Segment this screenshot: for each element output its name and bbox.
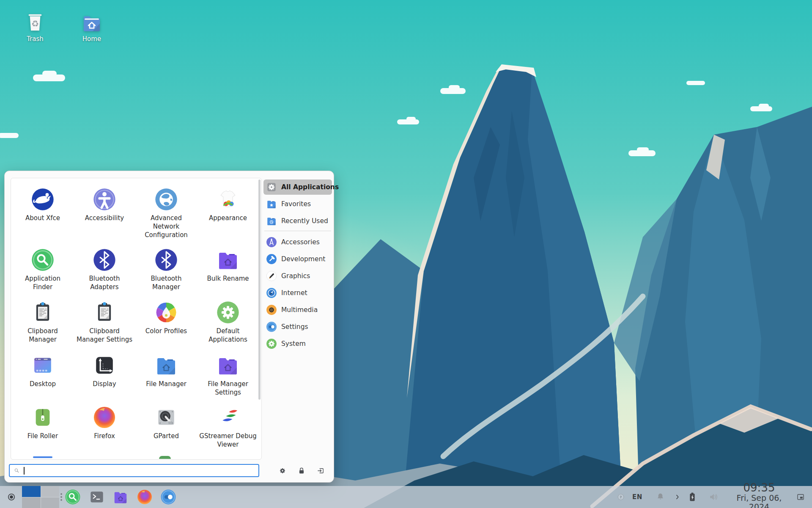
- volume-icon[interactable]: [707, 491, 720, 503]
- category-item-accessories[interactable]: Accessories: [263, 235, 332, 250]
- notifications-bell-icon[interactable]: [655, 491, 666, 503]
- svg-text:?: ?: [620, 495, 622, 499]
- help-indicator-icon[interactable]: ?: [615, 491, 626, 502]
- app-item-label: About Xfce: [25, 214, 60, 223]
- desktop-icon-trash[interactable]: ♻ Trash: [17, 11, 53, 43]
- app-item-label: Color Profiles: [145, 327, 187, 336]
- taskbar-launcher-file-manager[interactable]: [112, 489, 129, 505]
- app-item-appearance[interactable]: Appearance: [197, 188, 259, 239]
- partially-scrolled-app-icon: [33, 456, 52, 458]
- app-item-label: AdvancedNetworkConfiguration: [145, 214, 188, 239]
- color-profiles-icon: [154, 301, 178, 324]
- battery-charging-icon[interactable]: [686, 491, 699, 503]
- trash-icon: ♻: [24, 11, 47, 34]
- clock[interactable]: 09:35 Fri, Sep 06, 2024: [726, 482, 793, 508]
- category-item-all-applications[interactable]: All Applications: [263, 179, 332, 195]
- search-icon: [13, 467, 20, 474]
- app-item-about-xfce[interactable]: About Xfce: [12, 188, 74, 239]
- workspace-switcher: [22, 486, 59, 508]
- log-out-button[interactable]: [316, 466, 325, 475]
- home-folder-icon: [80, 11, 103, 34]
- app-item-advanced-network-configuration[interactable]: AdvancedNetworkConfiguration: [135, 188, 197, 239]
- app-item-file-roller[interactable]: File Roller: [12, 406, 74, 449]
- clipboard-icon: [31, 301, 55, 324]
- app-item-display[interactable]: Display: [74, 353, 135, 397]
- app-item-application-finder[interactable]: ApplicationFinder: [12, 248, 74, 292]
- app-item-bulk-rename[interactable]: Bulk Rename: [197, 248, 259, 292]
- app-item-label: File Roller: [27, 432, 58, 441]
- development-hammer-icon: [266, 254, 277, 265]
- lock-screen-button[interactable]: [297, 466, 306, 475]
- category-item-development[interactable]: Development: [263, 251, 332, 267]
- category-label: Development: [281, 255, 325, 263]
- app-item-label: BluetoothAdapters: [89, 275, 120, 292]
- app-item-label: File ManagerSettings: [208, 380, 248, 397]
- workspace-2[interactable]: [41, 486, 60, 497]
- category-item-multimedia[interactable]: Multimedia: [263, 302, 332, 318]
- favorites-folder-icon: [266, 199, 277, 210]
- taskbar-launcher-application-finder[interactable]: [65, 489, 81, 505]
- app-grid-row: Desktop Display File Manager File Manage…: [11, 353, 261, 397]
- app-item-clipboard-manager[interactable]: ClipboardManager: [12, 301, 74, 344]
- category-item-internet[interactable]: Internet: [263, 285, 332, 301]
- app-item-label: File Manager: [146, 380, 187, 389]
- bluetooth-icon: [154, 248, 178, 272]
- app-item-accessibility[interactable]: Accessibility: [74, 188, 135, 239]
- app-item-desktop[interactable]: Desktop: [12, 353, 74, 397]
- app-grid-row: About Xfce Accessibility AdvancedNetwork…: [11, 188, 261, 239]
- keyboard-layout-indicator[interactable]: EN: [632, 493, 642, 501]
- settings-button[interactable]: [278, 466, 287, 475]
- search-input[interactable]: [9, 464, 259, 477]
- app-item-bluetooth-adapters[interactable]: BluetoothAdapters: [74, 248, 135, 292]
- category-label: All Applications: [281, 183, 339, 191]
- graphics-pencil-icon: [266, 271, 277, 282]
- app-item-gparted[interactable]: GParted: [135, 406, 197, 449]
- app-grid-row: File Roller Firefox GParted GStreamer De…: [11, 406, 261, 449]
- app-grid: About Xfce Accessibility AdvancedNetwork…: [11, 178, 262, 460]
- accessibility-icon: [93, 188, 116, 211]
- text-caret: [24, 467, 25, 475]
- workspace-4[interactable]: [41, 497, 60, 508]
- app-item-label: GStreamer DebugViewer: [199, 432, 256, 449]
- category-item-settings[interactable]: Settings: [263, 319, 332, 334]
- desktop-window-icon: [31, 353, 55, 377]
- category-label: Favorites: [281, 200, 311, 208]
- show-desktop-tray-icon[interactable]: [795, 491, 806, 502]
- appearance-tshirt-icon: [216, 188, 240, 211]
- gstreamer-icon: [216, 406, 240, 429]
- category-label: Recently Used: [281, 217, 328, 225]
- tray-expand-chevron-icon[interactable]: [673, 493, 682, 501]
- app-item-default-applications[interactable]: DefaultApplications: [197, 301, 259, 344]
- svg-text:♻: ♻: [31, 19, 39, 29]
- panel-drag-handle[interactable]: [60, 493, 62, 501]
- category-item-system[interactable]: System: [263, 336, 332, 351]
- clipboard-icon: [93, 301, 116, 324]
- app-item-color-profiles[interactable]: Color Profiles: [135, 301, 197, 344]
- app-item-label: ClipboardManager: [27, 327, 58, 344]
- desktop-icon-label: Trash: [17, 35, 53, 43]
- taskbar: ? EN 09:35 Fri, Sep 06, 2024: [0, 486, 812, 508]
- taskbar-launcher-settings[interactable]: [160, 489, 176, 505]
- app-item-bluetooth-manager[interactable]: BluetoothManager: [135, 248, 197, 292]
- clock-time: 09:35: [726, 482, 793, 494]
- app-item-clipboard-manager-settings[interactable]: ClipboardManager Settings: [74, 301, 135, 344]
- app-item-file-manager-settings[interactable]: File ManagerSettings: [197, 353, 259, 397]
- category-item-favorites[interactable]: Favorites: [263, 196, 332, 212]
- app-grid-row: ClipboardManager ClipboardManager Settin…: [11, 301, 261, 344]
- workspace-1[interactable]: [22, 486, 41, 497]
- app-item-firefox[interactable]: Firefox: [74, 406, 135, 449]
- taskbar-launcher-firefox[interactable]: [137, 489, 153, 505]
- category-separator: [264, 231, 331, 231]
- desktop-icon-home[interactable]: Home: [74, 11, 110, 43]
- category-label: System: [281, 340, 306, 348]
- category-item-graphics[interactable]: Graphics: [263, 268, 332, 284]
- category-item-recently-used[interactable]: Recently Used: [263, 213, 332, 229]
- app-item-gstreamer-debug-viewer[interactable]: GStreamer DebugViewer: [197, 406, 259, 449]
- gparted-icon: [154, 406, 178, 429]
- show-desktop-button[interactable]: [5, 491, 18, 503]
- app-item-file-manager[interactable]: File Manager: [135, 353, 197, 397]
- menu-footer-buttons: [278, 466, 325, 475]
- partially-scrolled-app-icon: [159, 456, 171, 459]
- workspace-3[interactable]: [22, 497, 41, 508]
- taskbar-launcher-terminal[interactable]: [89, 489, 105, 505]
